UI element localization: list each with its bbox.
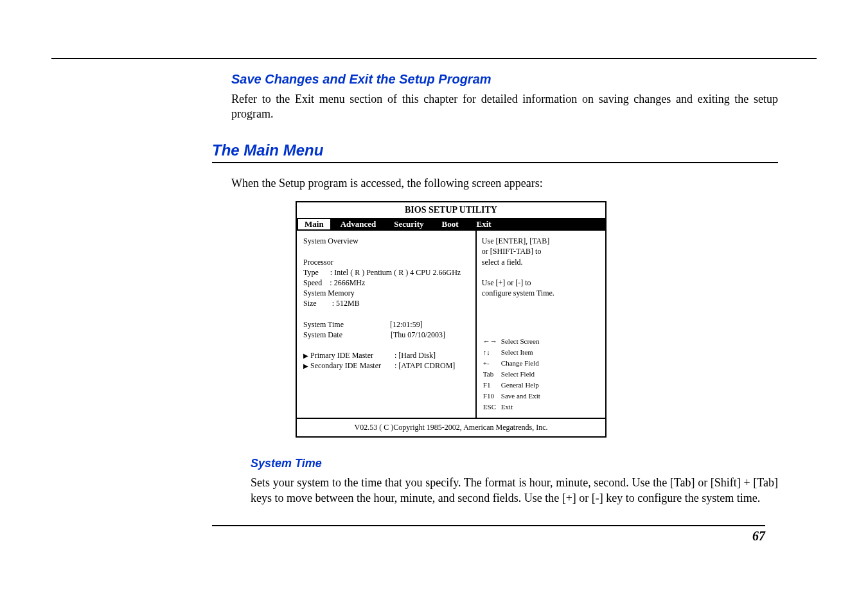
system-time-heading: System Time	[251, 457, 817, 470]
bios-time-label: System Time	[303, 320, 344, 329]
bios-body: System Overview Processor Type : Intel (…	[297, 231, 605, 418]
bios-memory-label: System Memory	[303, 289, 355, 298]
top-horizontal-rule	[51, 58, 817, 59]
page-number: 67	[752, 529, 765, 543]
key-pm: +-	[483, 359, 500, 368]
bios-type-row: Type : Intel ( R ) Pentium ( R ) 4 CPU 2…	[303, 268, 461, 277]
key-f1-label: General Help	[501, 380, 543, 390]
key-f1: F1	[483, 380, 500, 390]
key-lr-label: Select Screen	[501, 337, 543, 346]
bios-speed-row: Speed : 2666MHz	[303, 278, 365, 287]
bios-title: BIOS SETUP UTILITY	[297, 202, 605, 218]
key-lr: ←→	[483, 337, 500, 346]
key-f10-label: Save and Exit	[501, 391, 543, 401]
bios-overview-label: System Overview	[303, 236, 359, 245]
bios-primary-label: Primary IDE Master	[310, 351, 373, 360]
key-ud-label: Select Item	[501, 348, 543, 357]
bios-tab-bar: Main Advanced Security Boot Exit	[297, 218, 605, 231]
save-exit-section: Save Changes and Exit the Setup Program …	[231, 72, 778, 122]
main-intro-text: When the Setup program is accessed, the …	[231, 176, 778, 191]
key-pm-label: Change Field	[501, 359, 543, 368]
bios-tab-advanced: Advanced	[332, 218, 385, 231]
bios-footer: V02.53 ( C )Copyright 1985-2002, America…	[297, 418, 605, 436]
bios-left-panel: System Overview Processor Type : Intel (…	[297, 231, 477, 418]
bios-size-row: Size : 512MB	[303, 299, 360, 308]
save-exit-body: Refer to the Exit menu section of this c…	[231, 92, 778, 122]
page-footer: 67	[212, 525, 765, 544]
key-tab: Tab	[483, 369, 500, 379]
triangle-icon: ▶	[303, 351, 308, 360]
bios-setup-screenshot: BIOS SETUP UTILITY Main Advanced Securit…	[296, 201, 607, 438]
key-esc-label: Exit	[501, 402, 543, 412]
bios-processor-label: Processor	[303, 258, 333, 267]
document-page: Save Changes and Exit the Setup Program …	[0, 0, 868, 563]
bios-time-value: [12:01:59]	[390, 320, 423, 329]
bios-primary-value: : [Hard Disk]	[394, 351, 436, 360]
main-menu-heading: The Main Menu	[212, 141, 817, 159]
key-esc: ESC	[483, 402, 500, 412]
bios-right-panel: Use [ENTER], [TAB] or [SHIFT-TAB] to sel…	[477, 231, 605, 418]
bios-date-label: System Date	[303, 330, 342, 339]
bios-date-value: [Thu 07/10/2003]	[391, 330, 445, 339]
bios-secondary-label: Secondary IDE Master	[310, 361, 381, 370]
save-exit-heading: Save Changes and Exit the Setup Program	[231, 72, 778, 87]
bios-help-text: Use [ENTER], [TAB] or [SHIFT-TAB] to sel…	[482, 236, 600, 298]
key-ud: ↑↓	[483, 348, 500, 357]
system-time-body: Sets your system to the time that you sp…	[251, 475, 778, 506]
bios-tab-security: Security	[385, 218, 432, 231]
main-menu-rule	[212, 162, 778, 163]
key-f10: F10	[483, 391, 500, 401]
key-tab-label: Select Field	[501, 369, 543, 379]
bios-tab-boot: Boot	[432, 218, 467, 231]
bios-tab-main: Main	[297, 218, 331, 230]
triangle-icon: ▶	[303, 362, 308, 371]
bios-key-legend: ←→Select Screen ↑↓Select Item +-Change F…	[482, 335, 600, 413]
main-intro-section: When the Setup program is accessed, the …	[231, 176, 778, 191]
bios-secondary-value: : [ATAPI CDROM]	[394, 361, 455, 370]
bios-tab-exit: Exit	[467, 218, 500, 231]
